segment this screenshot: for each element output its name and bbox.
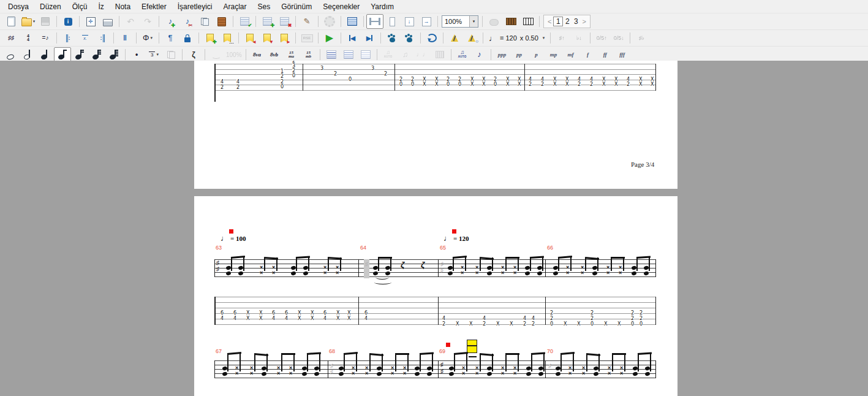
- tab-digit[interactable]: X: [311, 311, 314, 316]
- tab-digit[interactable]: 4: [221, 80, 224, 85]
- dynamic-pp-button[interactable]: pp: [511, 47, 528, 62]
- octave-8vb-button[interactable]: 8vb: [266, 47, 283, 62]
- tab-digit[interactable]: X: [347, 311, 350, 316]
- tab-digit[interactable]: 2: [523, 322, 526, 327]
- tab-digit[interactable]: 4: [532, 316, 535, 321]
- tab-digit[interactable]: X: [577, 322, 580, 327]
- remove-track-button[interactable]: ♪✂: [179, 14, 196, 29]
- tab-digit[interactable]: 2: [631, 316, 634, 321]
- add-measure-button[interactable]: ✚: [259, 14, 276, 29]
- tab-digit[interactable]: 2: [550, 311, 553, 316]
- skip-to-end-button[interactable]: ▶: [361, 31, 378, 45]
- linear-layout-button[interactable]: [383, 14, 401, 29]
- playback-option-1-button[interactable]: [383, 31, 401, 45]
- auto-duration-button[interactable]: ♫AUTO: [454, 47, 471, 62]
- tab-digit[interactable]: 4: [233, 316, 236, 321]
- tab-digit[interactable]: 4: [523, 316, 526, 321]
- repeat-close-button[interactable]: :: [94, 31, 111, 45]
- tab-digit[interactable]: 0: [550, 322, 553, 327]
- page-button-3[interactable]: 3: [572, 17, 580, 26]
- duplicate-track-button[interactable]: [196, 14, 213, 29]
- text-insert-button[interactable]: ¶: [162, 31, 179, 45]
- page-setup-button[interactable]: ✛: [82, 14, 99, 29]
- menu-help[interactable]: Yardım: [365, 1, 399, 12]
- tab-digit[interactable]: 4: [285, 316, 288, 321]
- view-mode-1-button[interactable]: [323, 47, 340, 62]
- dynamic-p-button[interactable]: p: [528, 47, 545, 62]
- tab-digit[interactable]: 4: [483, 316, 486, 321]
- tab-digit[interactable]: X: [347, 316, 350, 321]
- dynamic-mf-button[interactable]: mf: [562, 47, 579, 62]
- tab-digit[interactable]: X: [553, 82, 556, 87]
- duration-sixteenth-button[interactable]: [71, 47, 88, 62]
- tab-digit[interactable]: 2: [541, 82, 544, 87]
- tab-digit[interactable]: X: [617, 322, 621, 327]
- piano-view-button[interactable]: [519, 14, 537, 29]
- duration-half-button[interactable]: [20, 47, 37, 62]
- tab-digit[interactable]: 0: [411, 82, 414, 87]
- tab-digit[interactable]: X: [639, 82, 642, 87]
- double-bar-button[interactable]: ‖: [116, 31, 134, 45]
- tab-digit[interactable]: X: [298, 316, 301, 321]
- add-marker-button[interactable]: ✚: [202, 31, 219, 45]
- duration-thirtysecond-button[interactable]: [88, 47, 105, 62]
- dotted-note-button[interactable]: •: [128, 47, 145, 62]
- tab-digit[interactable]: X: [604, 322, 607, 327]
- add-track-button[interactable]: ♪✚: [162, 14, 179, 29]
- lock-edit-button[interactable]: [179, 31, 196, 45]
- tab-digit[interactable]: 2: [361, 61, 364, 62]
- tab-digit[interactable]: X: [469, 322, 472, 327]
- tab-digit[interactable]: X: [246, 316, 249, 321]
- previous-marker-button[interactable]: ▼: [259, 31, 276, 45]
- menu-file[interactable]: Dosya: [2, 1, 34, 12]
- tab-digit[interactable]: 6: [221, 311, 224, 316]
- page-prev-button[interactable]: <: [546, 18, 553, 25]
- table-viewer-button[interactable]: [344, 14, 361, 29]
- menu-tools[interactable]: Araçlar: [217, 1, 252, 12]
- menu-measure[interactable]: Ölçü: [67, 1, 93, 12]
- tab-digit[interactable]: 2: [529, 82, 532, 87]
- dynamic-ff-button[interactable]: ff: [597, 47, 614, 62]
- tab-digit[interactable]: 0: [458, 82, 461, 87]
- tab-digit[interactable]: X: [496, 322, 499, 327]
- tab-digit[interactable]: 2: [550, 316, 553, 321]
- tab-digit[interactable]: 2: [627, 82, 630, 87]
- tab-digit[interactable]: 2: [591, 311, 594, 316]
- dynamic-ppp-button[interactable]: ppp: [494, 47, 511, 62]
- tab-digit[interactable]: 2: [631, 311, 634, 316]
- tab-digit[interactable]: 4: [442, 316, 445, 321]
- tab-digit[interactable]: X: [423, 82, 426, 87]
- insert-rest-button[interactable]: ζ: [185, 47, 202, 62]
- menu-note[interactable]: Nota: [110, 1, 136, 12]
- menu-effects[interactable]: Efektler: [136, 1, 172, 12]
- tab-digit[interactable]: X: [564, 322, 567, 327]
- clean-measure-button[interactable]: ✎: [298, 14, 315, 29]
- remove-measure-button[interactable]: ✖: [276, 14, 293, 29]
- tab-digit[interactable]: 4: [323, 316, 326, 321]
- page-next-button[interactable]: >: [580, 18, 587, 25]
- tab-digit[interactable]: 2: [334, 72, 337, 77]
- tab-digit[interactable]: X: [259, 316, 262, 321]
- tab-digit[interactable]: 0: [281, 85, 284, 89]
- menu-audio[interactable]: Ses: [252, 1, 276, 12]
- tab-digit[interactable]: X: [506, 82, 509, 87]
- tab-digit[interactable]: 2: [578, 82, 581, 87]
- tab-digit[interactable]: 2: [532, 322, 535, 327]
- duration-sixtyfourth-button[interactable]: [105, 47, 123, 62]
- tab-digit[interactable]: X: [298, 311, 301, 316]
- tab-digit[interactable]: 4: [364, 316, 368, 321]
- tab-digit[interactable]: 2: [591, 316, 594, 321]
- tab-digit[interactable]: X: [246, 311, 249, 316]
- tab-digit[interactable]: X: [470, 82, 474, 87]
- tab-digit[interactable]: 0: [399, 82, 402, 87]
- tab-digit[interactable]: X: [456, 322, 459, 327]
- open-file-button[interactable]: ▾: [20, 14, 37, 29]
- tempo-setting-button[interactable]: =♪: [37, 31, 54, 45]
- menu-view[interactable]: Görünüm: [276, 1, 317, 12]
- tab-digit[interactable]: 2: [483, 322, 486, 327]
- first-marker-button[interactable]: ◄: [241, 31, 259, 45]
- tab-digit[interactable]: 6: [233, 311, 236, 316]
- yellow-marker[interactable]: [467, 340, 477, 353]
- clef-button[interactable]: Φ▾: [139, 31, 156, 45]
- tab-digit[interactable]: 6: [285, 311, 288, 316]
